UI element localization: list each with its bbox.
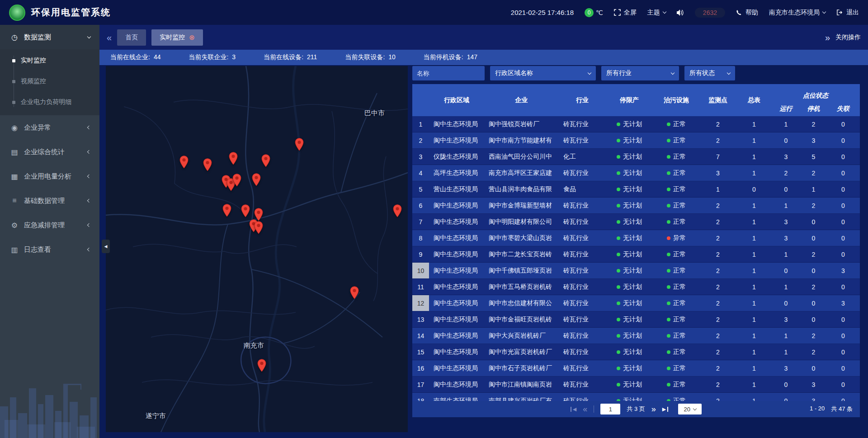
table-body: 1 阆中生态环境局 阆中强锐页岩砖厂 砖瓦行业 无计划 正常 2 — [412, 116, 860, 401]
map-pin[interactable] — [203, 158, 212, 171]
header-facility: 治污设施 — [653, 84, 700, 116]
row-facility-status: 正常 — [653, 116, 700, 132]
region-filter-select[interactable]: 行政区域名称 — [490, 66, 596, 80]
name-filter-input[interactable] — [412, 66, 485, 80]
row-stopped-count: 3 — [800, 393, 827, 401]
status-filter-select[interactable]: 所有状态 — [684, 66, 735, 80]
map-pin[interactable] — [392, 204, 402, 217]
table-row[interactable]: 14 阆中生态环境局 阆中大兴页岩机砖厂 砖瓦行业 无计划 正常 2 — [412, 328, 860, 344]
sidebar-section[interactable]: ◉ 企业异常 — [0, 115, 99, 140]
table-row[interactable]: 2 阆中生态环境局 阆中市南方节能建材有 砖瓦行业 无计划 正常 2 — [412, 132, 860, 149]
map-panel[interactable]: 巴中市 南充市 遂宁市 — [106, 66, 408, 432]
tabs-scroll-left-button[interactable]: « — [107, 33, 112, 42]
map-city-label: 遂宁市 — [146, 412, 166, 420]
map-pin[interactable] — [179, 155, 189, 169]
table-row[interactable]: 12 阆中生态环境局 阆中市忠信建材有限公 砖瓦行业 无计划 正常 2 — [412, 295, 860, 311]
logout-button[interactable]: 退出 — [836, 9, 859, 17]
map-pin[interactable] — [222, 204, 231, 217]
map-pin[interactable] — [349, 286, 359, 299]
org-dropdown[interactable]: 南充市生态环境局 — [769, 9, 826, 17]
stat-label: 当前失联企业: — [189, 53, 228, 61]
sidebar-section[interactable]: ▦ 企业用电量分析 — [0, 164, 99, 188]
row-facility-status: 正常 — [653, 360, 700, 376]
table-row[interactable]: 18 南部生态环境局 南部县建兴页岩砖厂有 砖瓦行业 无计划 正常 2 — [412, 393, 860, 401]
row-total-meters: 1 — [736, 295, 772, 311]
map-pin[interactable] — [228, 152, 238, 165]
row-total-meters: 1 — [736, 344, 772, 360]
map-pin[interactable] — [232, 174, 241, 187]
map-pin[interactable] — [295, 138, 304, 151]
page-number-input[interactable] — [600, 404, 620, 414]
status-dot-icon — [667, 171, 670, 175]
prev-page-button[interactable]: « — [583, 405, 587, 413]
tab-close-icon[interactable]: ⊗ — [189, 34, 195, 41]
close-operations-button[interactable]: 关闭操作 — [835, 33, 861, 42]
table-row[interactable]: 17 阆中生态环境局 阆中市江南镇阆南页岩 砖瓦行业 无计划 正常 2 — [412, 377, 860, 393]
table-row[interactable]: 15 阆中生态环境局 阆中市光富页岩机砖厂 砖瓦行业 无计划 正常 2 — [412, 344, 860, 360]
tabs-scroll-right-button[interactable]: » — [825, 33, 830, 42]
table-row[interactable]: 5 营山生态环境局 营山县润丰肉食品有限 食品 无计划 正常 1 — [412, 181, 860, 198]
sidebar-subitem[interactable]: 视频监控 — [0, 71, 99, 92]
sidebar-subitem[interactable]: 实时监控 — [0, 50, 99, 71]
help-button[interactable]: 帮助 — [736, 9, 758, 17]
row-company: 阆中市石子页岩机砖厂 — [484, 360, 559, 376]
row-industry: 砖瓦行业 — [559, 116, 606, 132]
table-row[interactable]: 3 仪陇生态环境局 西南油气田分公司川中 化工 无计划 正常 7 — [412, 149, 860, 165]
row-running-count: 2 — [772, 165, 800, 181]
map-pin[interactable] — [241, 204, 250, 217]
row-running-count: 1 — [772, 279, 800, 295]
last-page-button[interactable]: ▶ — [662, 407, 668, 412]
chevron-down-icon — [663, 10, 666, 14]
chevron-down-icon — [87, 34, 91, 38]
map-pin[interactable] — [261, 154, 271, 167]
row-facility-status: 正常 — [653, 393, 700, 401]
row-company: 南充市高坪区王家店建 — [484, 165, 559, 181]
table-row[interactable]: 10 阆中生态环境局 阆中千佛镇五郎垭页岩 砖瓦行业 无计划 正常 2 — [412, 263, 860, 279]
map-collapse-button[interactable]: ◀ — [102, 240, 110, 253]
table-row[interactable]: 16 阆中生态环境局 阆中市石子页岩机砖厂 砖瓦行业 无计划 正常 2 — [412, 360, 860, 377]
row-stopped-count: 2 — [800, 116, 827, 132]
map-pin[interactable] — [252, 173, 261, 186]
page-size-value: 20 — [684, 406, 690, 413]
next-page-button[interactable]: » — [651, 405, 656, 413]
sidebar-section[interactable]: ≡ 基础数据管理 — [0, 188, 99, 213]
row-industry: 砖瓦行业 — [559, 279, 606, 295]
theme-dropdown[interactable]: 主题 — [647, 9, 666, 17]
alarm-count-badge[interactable]: 2632 — [695, 8, 725, 18]
industry-filter-select[interactable]: 所有行业 — [601, 66, 679, 80]
table-row[interactable]: 7 阆中生态环境局 阆中明阳建材有限公司 砖瓦行业 无计划 正常 2 — [412, 214, 860, 230]
table-row[interactable]: 13 阆中生态环境局 阆中市金福旺页岩机砖 砖瓦行业 无计划 正常 2 — [412, 311, 860, 328]
sidebar-section[interactable]: ▥ 日志查看 — [0, 237, 99, 262]
table-row[interactable]: 9 阆中生态环境局 阆中市二龙长宝页岩砖 砖瓦行业 无计划 正常 2 — [412, 246, 860, 263]
map-pin[interactable] — [254, 221, 264, 234]
stats-bar: 当前在线企业: 44 当前失联企业: 3 当前在线设备: 211 当前失联设备:… — [99, 50, 868, 65]
table-row[interactable]: 6 阆中生态环境局 阆中市金博瑞新型墙材 砖瓦行业 无计划 正常 2 — [412, 198, 860, 214]
row-stop-status: 无计划 — [606, 181, 653, 197]
row-stop-status: 无计划 — [606, 246, 653, 262]
temperature-unit: ℃ — [596, 9, 603, 16]
announcement-button[interactable] — [677, 9, 684, 16]
table-row[interactable]: 8 阆中生态环境局 阆中市枣碧大梁山页岩 砖瓦行业 无计划 异常 2 — [412, 230, 860, 246]
sidebar-section[interactable]: ▤ 企业综合统计 — [0, 140, 99, 164]
page-size-select[interactable]: 20 — [678, 404, 702, 414]
sidebar-section-data-monitoring[interactable]: ◷ 数据监测 — [0, 25, 99, 49]
tab[interactable]: 实时监控 ⊗ — [151, 29, 203, 46]
first-page-button[interactable]: ◀ — [571, 407, 576, 412]
table-row[interactable]: 1 阆中生态环境局 阆中强锐页岩砖厂 砖瓦行业 无计划 正常 2 — [412, 116, 860, 132]
map-pin[interactable] — [257, 359, 267, 372]
stat-value: 147 — [467, 53, 477, 61]
row-monitor-points: 2 — [700, 344, 736, 360]
table-row[interactable]: 11 阆中生态环境局 阆中市五马桥页岩机砖 砖瓦行业 无计划 正常 2 — [412, 279, 860, 295]
table-row[interactable]: 4 高坪生态环境局 南充市高坪区王家店建 砖瓦行业 无计划 正常 3 — [412, 165, 860, 181]
row-total-meters: 1 — [736, 230, 772, 246]
row-running-count: 3 — [772, 230, 800, 246]
fullscreen-button[interactable]: 全屏 — [614, 9, 637, 17]
tab[interactable]: 首页 ⊗ — [117, 29, 146, 46]
row-total-meters: 0 — [736, 181, 772, 197]
status-dot-icon — [617, 139, 620, 142]
sidebar-section-label: 企业用电量分析 — [24, 172, 88, 181]
row-region: 阆中生态环境局 — [429, 263, 484, 278]
row-industry: 砖瓦行业 — [559, 328, 606, 344]
sidebar-subitem[interactable]: 企业电力负荷明细 — [0, 92, 99, 113]
sidebar-section[interactable]: ⚙ 应急减排管理 — [0, 213, 99, 237]
